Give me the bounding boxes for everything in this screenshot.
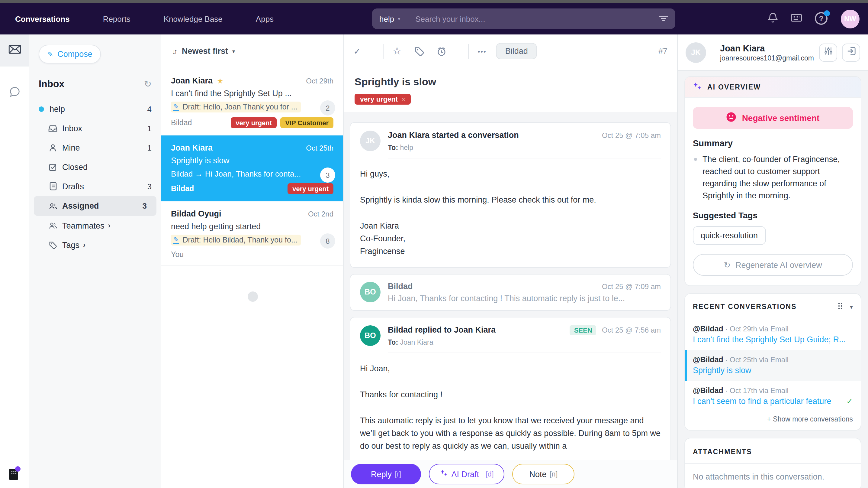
envelope-icon (8, 45, 21, 56)
conversation-list: ↓↑ Newest first ▾ Joan Kiara ★ Oct 29th … (161, 34, 344, 488)
conversation-subject: Sprightly is slow (354, 76, 666, 88)
keyboard-shortcuts-icon[interactable] (791, 13, 802, 24)
sidebar-item-teammates[interactable]: Teammates › (29, 216, 161, 235)
sort-arrows-icon: ↓↑ (172, 47, 176, 55)
seen-badge: SEEN (570, 325, 596, 335)
collapsed-message-card[interactable]: BO Bildad Oct 25 @ 7:09 am Hi Joan, Than… (350, 274, 671, 311)
attachments-card: ATTACHMENTS No attachments in this conve… (684, 438, 861, 488)
subject-tag-very-urgent[interactable]: very urgent × (354, 94, 411, 105)
remove-tag-icon[interactable]: × (401, 95, 405, 103)
sidebar-item-help[interactable]: help 4 (29, 99, 161, 118)
tag-icon[interactable] (414, 46, 424, 56)
summary-text: The client, co-founder of Fragincense, r… (703, 153, 853, 202)
open-panel-button[interactable] (842, 43, 860, 61)
search-bar[interactable]: help ▾ (372, 8, 675, 29)
note-button[interactable]: Note[n] (513, 464, 575, 484)
summary-title: Summary (693, 139, 853, 148)
collapse-chevron-icon[interactable]: ▾ (850, 303, 853, 310)
sidebar-item-inbox[interactable]: Inbox 1 (29, 118, 161, 138)
details-sidebar: JK Joan Kiara joanresources101@gmail.com (677, 34, 868, 488)
recent-conversation-item[interactable]: @Bildad · Oct 29th via Email I can't fin… (685, 319, 861, 350)
top-right-icons: ? NW (768, 3, 860, 34)
pencil-icon: ✎ (173, 236, 179, 244)
sort-control[interactable]: ↓↑ Newest first ▾ (161, 34, 343, 68)
inbox-sidebar: ✎ Compose Inbox ↻ help 4 Inbox 1 (29, 34, 161, 488)
reply-button[interactable]: Reply[r] (351, 464, 421, 484)
refresh-icon[interactable]: ↻ (144, 79, 152, 89)
conversation-list-item[interactable]: Bildad Oyugi Oct 2nd need help getting s… (161, 201, 343, 266)
resolve-check-icon[interactable]: ✓ (353, 46, 361, 57)
assignee-button[interactable]: Bildad (496, 43, 537, 59)
pencil-icon: ✎ (173, 104, 179, 111)
panel-settings-button[interactable] (819, 43, 837, 61)
regenerate-ai-overview-button[interactable]: ↻ Regenerate AI overview (693, 254, 853, 276)
chevron-right-icon: › (108, 221, 111, 230)
sentiment-badge: Negative sentiment (693, 107, 853, 129)
bell-icon[interactable] (768, 12, 778, 26)
nav-conversations[interactable]: Conversations (15, 14, 70, 23)
sidebar-item-mine[interactable]: Mine 1 (29, 138, 161, 157)
refresh-icon: ↻ (724, 260, 731, 270)
sidebar-item-tags[interactable]: Tags › (29, 235, 161, 255)
user-avatar[interactable]: NW (841, 9, 860, 28)
drag-handle-icon[interactable] (838, 301, 843, 312)
inbox-color-dot (39, 106, 44, 112)
avatar: JK (686, 42, 706, 63)
conversation-toolbar: ✓ ☆ ••• Bildad #7 (344, 34, 677, 68)
ai-overview-title: AI OVERVIEW (707, 83, 761, 91)
recent-conversations-card: RECENT CONVERSATIONS ▾ @Bildad · Oct 29t… (684, 293, 861, 431)
nav-knowledge-base[interactable]: Knowledge Base (164, 14, 223, 23)
contact-email: joanresources101@gmail.com (720, 54, 814, 61)
people-icon (48, 222, 57, 229)
nav-reports[interactable]: Reports (103, 14, 130, 23)
avatar: BO (360, 325, 380, 346)
timestamp: Oct 25 @ 7:05 am (602, 131, 661, 139)
ai-draft-button[interactable]: AI Draft[d] (429, 464, 504, 484)
sidebar-item-drafts[interactable]: Drafts 3 (29, 177, 161, 196)
count-badge: 3 (147, 182, 152, 191)
compose-button[interactable]: ✎ Compose (39, 45, 101, 63)
chat-module-button[interactable] (0, 80, 29, 107)
message-count-badge: 3 (320, 168, 335, 183)
attachments-title: ATTACHMENTS (693, 448, 752, 455)
count-badge: 1 (147, 143, 152, 152)
nav-apps[interactable]: Apps (256, 14, 274, 23)
divider (407, 13, 408, 24)
sparkle-icon (440, 469, 447, 479)
divider (468, 44, 469, 58)
avatar: JK (360, 131, 380, 151)
recent-conversation-item-current[interactable]: @Bildad · Oct 25th via Email Sprightly i… (685, 350, 861, 381)
filter-icon[interactable] (659, 13, 668, 24)
snooze-clock-icon[interactable] (437, 46, 446, 56)
suggested-tag-chip[interactable]: quick-resolution (693, 226, 766, 245)
person-icon (48, 144, 57, 151)
search-input[interactable] (415, 14, 659, 23)
frown-face-icon (726, 112, 737, 124)
window-top-strip (0, 0, 868, 3)
more-options-icon[interactable]: ••• (478, 48, 487, 55)
recent-conversation-item[interactable]: @Bildad · Oct 17th via Email I can't see… (685, 381, 861, 412)
search-scope-select[interactable]: help (379, 14, 394, 23)
contact-name: Joan Kiara (720, 43, 814, 53)
conversation-list-item-selected[interactable]: Joan Kiara Oct 25th Sprightly is slow Bi… (161, 136, 343, 201)
sidebar-item-assigned[interactable]: Assigned 3 (34, 196, 156, 216)
message-card: JK Joan Kiara started a conversation Oct… (350, 122, 671, 268)
help-icon[interactable]: ? (815, 12, 828, 25)
chevron-right-icon: › (83, 241, 86, 249)
show-more-conversations-link[interactable]: + Show more conversations (685, 412, 861, 430)
attachments-empty-text: No attachments in this conversation. (685, 464, 861, 488)
chevron-down-icon: ▾ (398, 16, 400, 22)
sidebar-item-closed[interactable]: Closed (29, 157, 161, 177)
mail-module-button[interactable] (0, 34, 29, 66)
avatar: BO (360, 282, 380, 303)
status-dot (15, 466, 21, 472)
timestamp: SEENOct 25 @ 7:56 am (570, 326, 661, 334)
sliders-icon (824, 47, 833, 58)
conversation-list-item[interactable]: Joan Kiara ★ Oct 29th I can't find the S… (161, 68, 343, 136)
star-outline-icon[interactable]: ☆ (392, 45, 402, 57)
notification-dot (824, 10, 830, 16)
reply-action-bar: Reply[r] AI Draft[d] Note[n] (344, 460, 677, 488)
dialer-icon[interactable] (9, 469, 19, 481)
tag-very-urgent: very urgent (231, 117, 277, 128)
message-preview: Bildad → Hi Joan, Thanks for conta... (171, 169, 311, 178)
